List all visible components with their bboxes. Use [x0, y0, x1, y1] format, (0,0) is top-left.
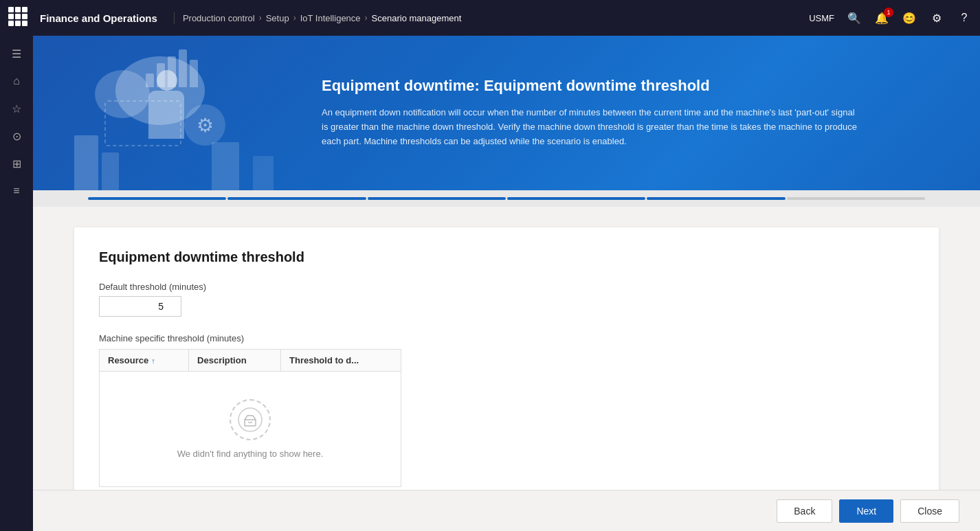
- app-title: Finance and Operations: [40, 12, 175, 24]
- breadcrumb-scenario-management[interactable]: Scenario management: [372, 13, 462, 23]
- illus-building3: [212, 142, 239, 190]
- illus-building1: [74, 135, 98, 190]
- profile-icon[interactable]: 😊: [902, 10, 917, 25]
- help-icon[interactable]: ?: [957, 10, 972, 25]
- illus-bar-2: [157, 63, 165, 87]
- machine-threshold-table: Resource ↑ Description Threshold to d...: [99, 349, 401, 487]
- illus-bar-5: [190, 60, 198, 87]
- sidebar-hamburger-icon[interactable]: ☰: [4, 41, 29, 66]
- empty-state-text: We didn't find anything to show here.: [177, 449, 324, 459]
- sidebar-workspaces-icon[interactable]: ⊞: [4, 151, 29, 176]
- col-resource[interactable]: Resource ↑: [100, 350, 189, 372]
- illus-dashed-line: [102, 98, 184, 152]
- resource-sort-arrow: ↑: [151, 357, 155, 365]
- breadcrumb-setup[interactable]: Setup: [266, 13, 289, 23]
- sidebar-modules-icon[interactable]: ≡: [4, 179, 29, 203]
- breadcrumb-sep-2: ›: [293, 13, 296, 23]
- breadcrumb-sep-3: ›: [365, 13, 368, 23]
- illus-building4: [253, 156, 274, 190]
- progress-step-5: [647, 197, 785, 200]
- close-button[interactable]: Close: [900, 499, 959, 523]
- illus-gear: ⚙: [184, 104, 225, 146]
- hero-desc: An equipment down notification will occu…: [322, 106, 858, 148]
- notifications-icon[interactable]: 🔔 1: [874, 10, 889, 25]
- empty-tray-svg: [238, 407, 263, 432]
- progress-step-4: [507, 197, 645, 200]
- svg-rect-0: [105, 101, 181, 146]
- settings-icon[interactable]: ⚙: [929, 10, 944, 25]
- default-threshold-label: Default threshold (minutes): [99, 282, 914, 292]
- breadcrumb-sep-1: ›: [259, 13, 262, 23]
- hero-illustration: ⚙: [33, 36, 294, 190]
- back-button[interactable]: Back: [777, 499, 832, 523]
- main-layout: ☰ ⌂ ☆ ⊙ ⊞ ≡ ⚙: [0, 36, 980, 531]
- app-menu-button[interactable]: [8, 7, 30, 29]
- default-threshold-input[interactable]: [99, 296, 181, 317]
- illus-bar-3: [168, 56, 176, 87]
- breadcrumb: Production control › Setup › IoT Intelli…: [183, 13, 462, 23]
- sidebar-recent-icon[interactable]: ⊙: [4, 124, 29, 148]
- col-description: Description: [189, 350, 281, 372]
- progress-step-6: [787, 197, 925, 200]
- breadcrumb-iot-intelligence[interactable]: IoT Intelligence: [300, 13, 361, 23]
- sidebar-favorites-icon[interactable]: ☆: [4, 96, 29, 121]
- empty-state-row: We didn't find anything to show here.: [100, 372, 401, 487]
- machine-specific-label: Machine specific threshold (minutes): [99, 333, 914, 343]
- col-threshold: Threshold to d...: [281, 350, 401, 372]
- bottom-bar: Back Next Close: [33, 490, 980, 531]
- card: Equipment downtime threshold Default thr…: [74, 227, 939, 490]
- illus-chart: [146, 49, 198, 87]
- notifications-badge: 1: [884, 8, 893, 17]
- breadcrumb-production-control[interactable]: Production control: [183, 13, 255, 23]
- next-button[interactable]: Next: [839, 499, 893, 523]
- empty-state: We didn't find anything to show here.: [100, 372, 401, 486]
- nav-right: USMF 🔍 🔔 1 😊 ⚙ ?: [809, 10, 972, 25]
- hero-title: Equipment downtime: Equipment downtime t…: [322, 77, 953, 95]
- card-title: Equipment downtime threshold: [99, 249, 914, 265]
- progress-step-1: [88, 197, 226, 200]
- progress-step-2: [227, 197, 366, 200]
- company-selector[interactable]: USMF: [809, 13, 834, 23]
- progress-bar: [33, 190, 980, 207]
- hero-banner: ⚙ Equipment downtime: Equipment downtime…: [33, 36, 980, 190]
- illus-bar-1: [146, 74, 154, 87]
- illus-bar-4: [179, 49, 187, 87]
- search-icon[interactable]: 🔍: [847, 10, 862, 25]
- main-content: ⚙ Equipment downtime: Equipment downtime…: [33, 36, 980, 531]
- sidebar: ☰ ⌂ ☆ ⊙ ⊞ ≡: [0, 36, 33, 531]
- sidebar-home-icon[interactable]: ⌂: [4, 69, 29, 93]
- progress-step-3: [368, 197, 506, 200]
- content-area: Equipment downtime threshold Default thr…: [33, 207, 980, 490]
- empty-state-icon: [230, 399, 271, 440]
- hero-text: Equipment downtime: Equipment downtime t…: [294, 56, 980, 169]
- top-nav: Finance and Operations Production contro…: [0, 0, 980, 36]
- illus-building2: [102, 152, 119, 190]
